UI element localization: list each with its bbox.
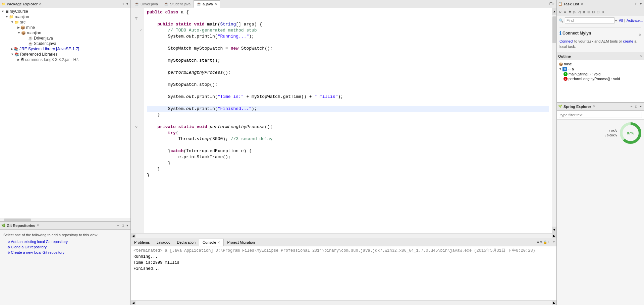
tree-item-student[interactable]: ☕ Student.java: [0, 41, 130, 46]
editor-vscroll[interactable]: ▲ ▼: [552, 8, 556, 233]
task-list-minimize[interactable]: −: [630, 2, 634, 6]
outline-expand-a[interactable]: ▼: [559, 67, 562, 71]
task-search-arrow[interactable]: ▾: [615, 19, 617, 22]
expand-arrow-ruanjian-pkg[interactable]: ▼: [17, 31, 20, 35]
spring-filter-input[interactable]: [559, 112, 642, 118]
tab-student[interactable]: ☕ Student.java: [161, 0, 194, 8]
tree-item-ruanjian-pkg[interactable]: ▼ 📦 ruanjian: [0, 30, 130, 36]
console-hscroll-right[interactable]: ▶: [552, 301, 556, 305]
tab-project-migration[interactable]: Project Migration: [224, 239, 258, 246]
expand-arrow-mycourse[interactable]: ▼: [1, 10, 4, 13]
create-link[interactable]: create: [623, 39, 634, 43]
git-add-existing[interactable]: Add an existing local Git repository: [3, 240, 127, 244]
tab-javadoc[interactable]: Javadoc: [153, 239, 173, 246]
console-hscroll-left[interactable]: ◀: [131, 301, 136, 305]
tree-item-mine[interactable]: ▶ 📦 mine: [0, 25, 130, 30]
vscroll-down[interactable]: ▼: [552, 227, 556, 233]
project-icon: 🖥: [5, 9, 9, 13]
task-toolbar-btn9[interactable]: ⊡: [596, 10, 600, 14]
expand-arrow-ruanjian[interactable]: ▼: [5, 15, 8, 18]
spring-minimize[interactable]: −: [630, 104, 634, 109]
console-stop-btn[interactable]: ■: [537, 240, 539, 244]
task-toolbar-btn1[interactable]: ↻: [558, 10, 562, 14]
editor-minimize-btn[interactable]: −: [547, 2, 549, 6]
package-explorer-minimize[interactable]: −: [116, 2, 120, 6]
spring-menu[interactable]: ▾: [639, 104, 643, 109]
package-explorer-maximize[interactable]: □: [121, 2, 125, 6]
console-scroll-lock-btn[interactable]: 🔒: [543, 240, 547, 244]
task-list-close-icon[interactable]: ✕: [581, 2, 583, 6]
task-toolbar-btn4[interactable]: ▷: [573, 10, 577, 14]
spring-maximize[interactable]: □: [634, 104, 638, 109]
tree-item-driver[interactable]: ☕ Driver.java: [0, 36, 130, 41]
hscroll-left[interactable]: ◀: [131, 234, 136, 238]
task-toolbar-btn10[interactable]: ⊕: [601, 10, 605, 14]
console-clear-btn[interactable]: ⊗: [540, 240, 542, 244]
expand-arrow-src[interactable]: ▼: [11, 20, 14, 24]
console-minimize[interactable]: −: [550, 240, 552, 244]
package-explorer-hscroll[interactable]: [0, 218, 130, 221]
outline-item-mine[interactable]: 📦 mine: [558, 62, 643, 66]
task-list-maximize[interactable]: □: [634, 2, 638, 6]
tree-item-src[interactable]: ▼ 📁 src: [0, 19, 130, 25]
tab-a[interactable]: ☕ a.java ✕: [194, 0, 220, 8]
task-all-link[interactable]: All: [619, 18, 623, 22]
editor-restore-btn[interactable]: ❐: [549, 2, 552, 6]
expand-arrow-ref-libs[interactable]: ▼: [11, 53, 14, 56]
outline-close-icon[interactable]: ✕: [640, 54, 643, 58]
tree-item-mycourse[interactable]: ▼ 🖥 myCourse: [0, 9, 130, 14]
git-create-new[interactable]: Create a new local Git repository: [3, 250, 127, 254]
task-toolbar-btn8[interactable]: ⊟: [591, 10, 595, 14]
task-toolbar-btn6[interactable]: ⊠: [582, 10, 586, 14]
git-clone[interactable]: Clone a Git repository: [3, 245, 127, 249]
tree-item-commons[interactable]: ▶ 🗄 commons-lang3-3.3.2.jar - H:\: [0, 57, 130, 62]
task-list-menu[interactable]: ▾: [639, 2, 643, 6]
a-tab-close[interactable]: ✕: [214, 2, 217, 6]
tab-console[interactable]: Console ✕: [199, 239, 224, 246]
tab-declaration[interactable]: Declaration: [173, 239, 199, 246]
expand-arrow-commons[interactable]: ▶: [17, 58, 20, 61]
console-tab-close[interactable]: ✕: [217, 241, 220, 244]
collapse-arrow-2[interactable]: ▽: [131, 124, 144, 130]
console-maximize[interactable]: □: [553, 240, 555, 244]
tree-item-ref-libs[interactable]: ▼ 📚 Referenced Libraries: [0, 52, 130, 57]
expand-arrow-mine[interactable]: ▶: [17, 26, 20, 29]
package-explorer-menu[interactable]: ▾: [125, 2, 129, 6]
tab-problems[interactable]: Problems: [131, 239, 153, 246]
task-search-input[interactable]: [565, 17, 614, 23]
spring-close-icon[interactable]: ✕: [593, 105, 595, 108]
vscroll-track[interactable]: [552, 15, 556, 227]
git-close-icon[interactable]: ✕: [37, 224, 39, 227]
console-hscroll-track[interactable]: [136, 301, 552, 305]
outline-item-perform[interactable]: S performLengthyProcess() : void: [558, 76, 643, 81]
outline-item-main[interactable]: S main(String[]) : void: [558, 72, 643, 76]
git-minimize[interactable]: −: [116, 223, 120, 228]
outline-item-a[interactable]: ▼ C ○· a: [558, 66, 643, 72]
expand-arrow-jre[interactable]: ▶: [11, 47, 13, 51]
task-toolbar-btn2[interactable]: ⚙: [563, 10, 567, 14]
git-maximize[interactable]: □: [121, 223, 125, 228]
editor-hscroll[interactable]: ◀ ▶: [131, 233, 556, 238]
hscroll-right[interactable]: ▶: [552, 234, 556, 238]
console-output[interactable]: <terminated> a [Java Application] D:\Pro…: [131, 246, 556, 300]
editor-maximize-btn[interactable]: □: [553, 2, 555, 6]
vscroll-thumb[interactable]: [552, 16, 556, 43]
collapse-arrow-1[interactable]: ▽: [131, 15, 144, 21]
task-toolbar-btn7[interactable]: ⊞: [587, 10, 591, 14]
hscroll-track[interactable]: [136, 234, 552, 238]
tab-driver[interactable]: ☕ Driver.java: [131, 0, 161, 8]
vscroll-up[interactable]: ▲: [552, 8, 556, 15]
connect-link[interactable]: Connect: [559, 39, 573, 43]
tree-item-ruanjian[interactable]: ▼ 📁 ruanjian: [0, 14, 130, 19]
console-new-btn[interactable]: +: [548, 240, 550, 244]
package-explorer-close-icon[interactable]: ✕: [39, 2, 42, 6]
task-toolbar-btn3[interactable]: ✱: [568, 10, 572, 14]
code-editor[interactable]: public class a { public static void main…: [144, 8, 552, 233]
tree-item-jre[interactable]: ▶ 📚 JRE System Library [JavaSE-1.7]: [0, 46, 130, 52]
connect-close-icon[interactable]: ✕: [639, 33, 641, 37]
task-activate-link[interactable]: Activate...: [627, 18, 643, 22]
task-toolbar-btn5[interactable]: ◁: [577, 10, 581, 14]
git-menu[interactable]: ▾: [125, 223, 129, 228]
console-hscroll[interactable]: ◀ ▶: [131, 300, 556, 305]
hscroll-thumb[interactable]: [4, 219, 31, 221]
